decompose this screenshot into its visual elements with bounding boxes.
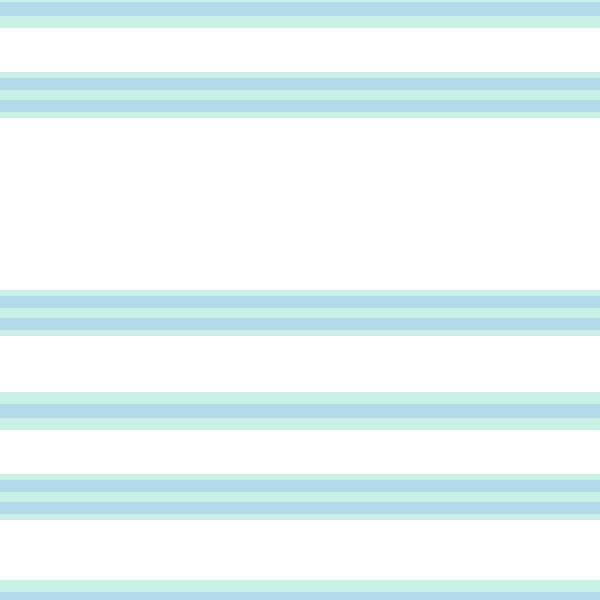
stripe bbox=[0, 392, 600, 404]
stripe bbox=[0, 100, 600, 112]
stripe bbox=[0, 580, 600, 592]
stripe bbox=[0, 78, 600, 90]
stripe bbox=[0, 592, 600, 600]
stripe bbox=[0, 308, 600, 318]
stripe bbox=[0, 90, 600, 100]
stripe bbox=[0, 296, 600, 308]
stripe-group bbox=[0, 474, 600, 520]
stripe-group bbox=[0, 72, 600, 118]
stripe bbox=[0, 2, 600, 16]
stripe bbox=[0, 492, 600, 502]
stripe bbox=[0, 330, 600, 336]
stripe bbox=[0, 480, 600, 492]
stripe bbox=[0, 514, 600, 520]
stripe-group bbox=[0, 0, 600, 28]
stripe bbox=[0, 112, 600, 118]
stripe bbox=[0, 418, 600, 430]
stripe bbox=[0, 404, 600, 418]
stripe-group bbox=[0, 580, 600, 600]
stripe bbox=[0, 502, 600, 514]
stripe-group bbox=[0, 392, 600, 430]
stripe bbox=[0, 318, 600, 330]
stripe-group bbox=[0, 290, 600, 336]
stripe bbox=[0, 16, 600, 28]
